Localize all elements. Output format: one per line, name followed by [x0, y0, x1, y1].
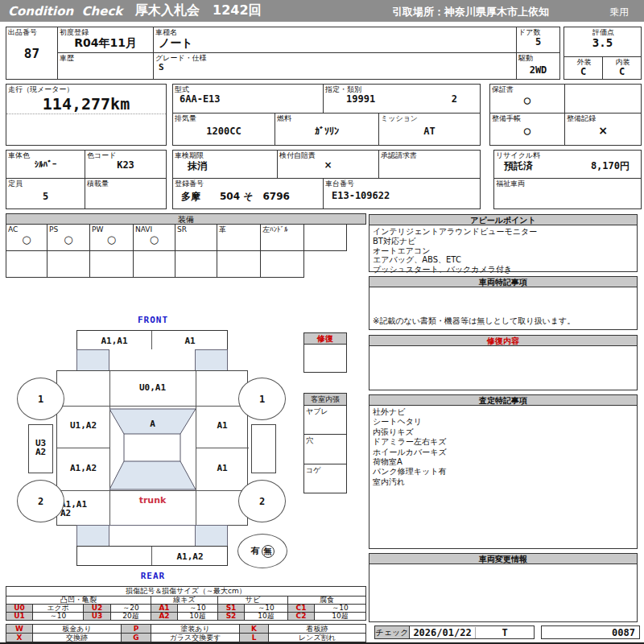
pickup-location: 引取場所：神奈川県厚木市上依知: [392, 5, 549, 19]
spare-tire-indicator: 有 無: [237, 534, 287, 568]
body-color-label: 車体色: [6, 151, 85, 159]
registration-number-label: 登録番号: [173, 179, 323, 188]
interior-grade-label: 内装: [603, 57, 641, 66]
mileage-cell: 走行（現メーター） 114,277km: [6, 84, 167, 146]
body-color-value: ｼﾙﾊﾞｰ: [6, 159, 85, 170]
doors-label: ドア数: [517, 27, 559, 36]
cabin-interior-row-tear: ヤブレ: [304, 406, 346, 434]
designation-value-2: 2: [452, 93, 457, 105]
grade-cell: グレード・仕様 S: [153, 52, 517, 80]
grade-label: グレード・仕様: [154, 53, 516, 62]
legend-code-u3: U3: [83, 612, 111, 621]
payload-cell: 積載量: [85, 178, 167, 209]
equipment-blank-row-5: [175, 250, 217, 278]
color-code-value: K23: [85, 159, 166, 171]
repair-mini-box: 修復: [303, 332, 347, 373]
equipment-value-ac: ○: [6, 233, 47, 246]
rear-bumper-right-mark: A1,A2: [151, 552, 229, 561]
registration-number-value: 多摩 504 そ 6796: [173, 190, 323, 204]
approval-cell: 承認請求書: [378, 150, 481, 179]
warranty-value: ○: [490, 93, 564, 106]
legend-val-a2: 10超: [177, 612, 218, 621]
exterior-grade-label: 外装: [564, 57, 602, 66]
repair-content-title: 修復内容: [369, 336, 637, 346]
front-bumper-left-mark: A1,A1: [77, 336, 151, 345]
rear-window-shape: [109, 461, 196, 489]
vehicle-category: 乗用: [609, 6, 629, 19]
chassis-number-cell: 車台番号 E13-109622: [323, 178, 481, 209]
equipment-cell-navi: NAVI ○: [133, 224, 175, 251]
fuel-value: ｶﾞｿﾘﾝ: [275, 126, 378, 137]
assessment-line: ホイールカバーキズ: [373, 448, 634, 457]
equipment-header: 装備: [6, 213, 366, 225]
drive-cell: 駆動 2WD: [516, 52, 560, 80]
model-name-label: 車種名: [154, 27, 516, 36]
inspection-label: 車検期限: [173, 151, 277, 159]
history-label: 車歴: [58, 53, 153, 62]
equipment-cell-ps: PS ○: [47, 224, 90, 251]
legend-code-l: L: [239, 633, 269, 642]
body-grid-h2-left: [57, 448, 109, 448]
vehicle-notes-footnote: ※記載のない書類・機器等は無しとして取り扱います。: [373, 316, 575, 327]
equipment-cell-extra: [303, 224, 347, 251]
equipment-blank-row-4: [133, 250, 175, 278]
legend-title: 損傷記号＆損傷サイズ（～最大cm）: [126, 588, 246, 595]
recycle-fee-value: 8,170円: [591, 159, 630, 173]
chassis-number-label: 車台番号: [324, 179, 480, 188]
color-code-cell: 色コード K23: [85, 150, 167, 179]
exterior-grade-cell: 外装 C: [564, 56, 603, 80]
diagram-front-label: FRONT: [121, 316, 185, 324]
first-registration-cell: 初度登録 R04年11月: [57, 27, 154, 53]
car-body: U0,A1 A U1,A2 A1 A1,A2 A1 A1,A1 A2 trunk: [56, 370, 248, 526]
capacity-value: 5: [6, 191, 85, 202]
doors-value: 5: [517, 36, 559, 47]
body-color-cell: 車体色 ｼﾙﾊﾞｰ: [6, 150, 85, 179]
legend-code-a2: A2: [151, 612, 178, 621]
legend-val-g: ガラス交換要す: [151, 633, 240, 642]
recycle-status: 預託済: [504, 159, 533, 173]
payload-label: 積載量: [85, 179, 166, 188]
cabin-interior-row-hole: 穴: [304, 434, 346, 464]
maintenance-book-value: ○: [490, 124, 564, 137]
assessment-line: 社外ナビ: [373, 407, 634, 417]
equipment-title: 装備: [178, 215, 194, 224]
equipment-cell-pw: PW ○: [89, 224, 134, 251]
assessment-title: 査定特記事項: [369, 395, 637, 406]
equipment-blank-row-7: [260, 250, 304, 278]
registration-number-cell: 登録番号 多摩 504 そ 6796: [172, 178, 324, 209]
vehicle-notes-title: 車両特記事項: [369, 277, 637, 287]
model-name-cell: 車種名 ノート: [153, 27, 517, 53]
equipment-blank-row-2: [47, 250, 90, 278]
mission-cell: ミッション AT: [378, 113, 481, 146]
body-grid-h2-right: [196, 448, 249, 448]
designation-label: 指定・類別: [324, 85, 480, 93]
repair-content-panel: 修復内容: [369, 335, 638, 390]
lot-number-cell: 出品番号 87: [6, 27, 58, 80]
warranty-blank-cell: [564, 84, 642, 114]
designation-cell: 指定・類別 19991 2: [323, 84, 481, 114]
inspection-cell: 車検期限 抹消: [172, 150, 278, 179]
legend-code-u1: U1: [6, 612, 33, 621]
drive-value: 2WD: [517, 64, 559, 76]
lot-number-label: 出品番号: [6, 27, 57, 36]
wheel-front-right: 1: [238, 378, 286, 420]
front-left-door-mark: U1,A2: [57, 421, 109, 430]
displacement-label: 排気量: [173, 114, 275, 122]
capacity-cell: 定員 5: [6, 178, 85, 209]
assessment-line: 荷物室A: [373, 457, 634, 467]
change-info-panel: 車両変更情報: [369, 553, 638, 622]
trunk-label: trunk: [109, 496, 196, 505]
front-cowl-center: [109, 349, 196, 371]
color-code-label: 色コード: [85, 151, 166, 159]
assessment-line: シートヘタリ: [373, 417, 634, 427]
assessment-line: 室内汚れ: [373, 477, 634, 487]
legend-code-g: G: [121, 633, 151, 642]
fuel-cell: 燃料 ｶﾞｿﾘﾝ: [275, 113, 379, 146]
check-date: 2026/01/22: [410, 627, 476, 638]
wheel-rear-right: 2: [238, 480, 286, 522]
assessment-panel: 査定特記事項 社外ナビ シートヘタリ 内張りキズ ドアミラー左右キズ ホイールカ…: [369, 394, 638, 549]
model-code-cell: 型式 6AA-E13: [172, 84, 324, 114]
rear-bumper: A1,A2: [76, 546, 228, 566]
legend-code-s2: S2: [217, 612, 245, 621]
approval-label: 承認請求書: [379, 151, 480, 159]
